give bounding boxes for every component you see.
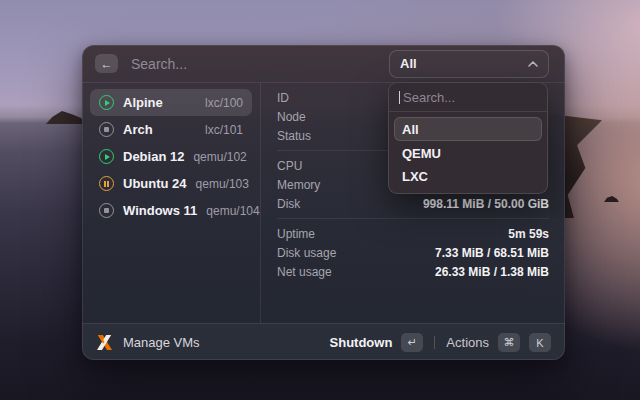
list-item[interactable]: Debian 12 qemu/102 <box>90 143 252 170</box>
launcher-window: ← All Alpine lxc/100 Arch lxc/101 <box>82 45 565 360</box>
footer-separator <box>434 336 435 349</box>
detail-label: Net usage <box>277 265 435 279</box>
vm-id: qemu/103 <box>196 177 249 191</box>
list-item[interactable]: Arch lxc/101 <box>90 116 252 143</box>
detail-value: 5m 59s <box>508 227 549 241</box>
detail-value: 7.33 MiB / 68.51 MiB <box>435 246 549 260</box>
detail-row: Uptime 5m 59s <box>277 224 549 243</box>
popover-options: All QEMU LXC <box>389 112 547 193</box>
header: ← All <box>82 45 565 83</box>
k-key-icon[interactable]: K <box>529 333 551 352</box>
search-input[interactable] <box>129 55 389 73</box>
list-item[interactable]: Ubuntu 24 qemu/103 <box>90 170 252 197</box>
command-key-icon[interactable]: ⌘ <box>498 333 520 352</box>
popover-search-row[interactable] <box>389 83 547 112</box>
back-button[interactable]: ← <box>95 54 118 73</box>
list-item[interactable]: Windows 11 qemu/104 <box>90 197 252 224</box>
status-stopped-icon <box>99 203 114 218</box>
primary-action-label[interactable]: Shutdown <box>330 335 393 350</box>
text-cursor <box>399 91 400 104</box>
detail-label: Disk usage <box>277 246 435 260</box>
vm-name: Debian 12 <box>123 149 184 164</box>
vm-name: Windows 11 <box>123 203 197 218</box>
back-arrow-icon: ← <box>101 58 113 70</box>
filter-popover: All QEMU LXC <box>388 82 548 194</box>
actions-menu-label[interactable]: Actions <box>446 335 489 350</box>
vm-id: lxc/101 <box>205 123 243 137</box>
footer-bar: Manage VMs Shutdown ↵ Actions ⌘ K <box>82 323 565 360</box>
wallpaper-rock <box>604 196 619 202</box>
detail-row: Disk usage 7.33 MiB / 68.51 MiB <box>277 243 549 262</box>
filter-dropdown-value: All <box>400 56 417 71</box>
list-item[interactable]: Alpine lxc/100 <box>90 89 252 116</box>
status-running-icon <box>99 95 114 110</box>
vm-name: Ubuntu 24 <box>123 176 187 191</box>
filter-option-label: All <box>402 122 419 137</box>
detail-label: Disk <box>277 197 423 211</box>
detail-value: 26.33 MiB / 1.38 MiB <box>435 265 549 279</box>
chevron-up-icon <box>528 61 538 67</box>
app-label: Manage VMs <box>123 335 321 350</box>
desktop: { "header": { "back_icon": "←", "search_… <box>0 0 640 400</box>
vm-list: Alpine lxc/100 Arch lxc/101 Debian 12 qe… <box>82 83 260 323</box>
vm-id: qemu/102 <box>193 150 246 164</box>
filter-option-label: QEMU <box>402 146 441 161</box>
filter-option-all[interactable]: All <box>394 117 542 141</box>
filter-option-lxc[interactable]: LXC <box>394 165 542 188</box>
status-paused-icon <box>99 176 114 191</box>
detail-value: 998.11 MiB / 50.00 GiB <box>423 197 549 211</box>
status-running-icon <box>99 149 114 164</box>
proxmox-logo-icon <box>96 335 113 350</box>
filter-dropdown-button[interactable]: All <box>389 50 549 78</box>
detail-group-divider <box>277 218 549 219</box>
detail-row: Net usage 26.33 MiB / 1.38 MiB <box>277 262 549 281</box>
popover-search-input[interactable] <box>401 89 537 106</box>
vm-id: lxc/100 <box>205 96 243 110</box>
detail-row: Disk 998.11 MiB / 50.00 GiB <box>277 194 549 213</box>
vm-id: qemu/104 <box>206 204 259 218</box>
filter-option-label: LXC <box>402 169 428 184</box>
filter-option-qemu[interactable]: QEMU <box>394 142 542 165</box>
return-key-icon[interactable]: ↵ <box>401 333 423 352</box>
status-stopped-icon <box>99 122 114 137</box>
vm-name: Alpine <box>123 95 196 110</box>
vm-name: Arch <box>123 122 196 137</box>
detail-label: Uptime <box>277 227 508 241</box>
